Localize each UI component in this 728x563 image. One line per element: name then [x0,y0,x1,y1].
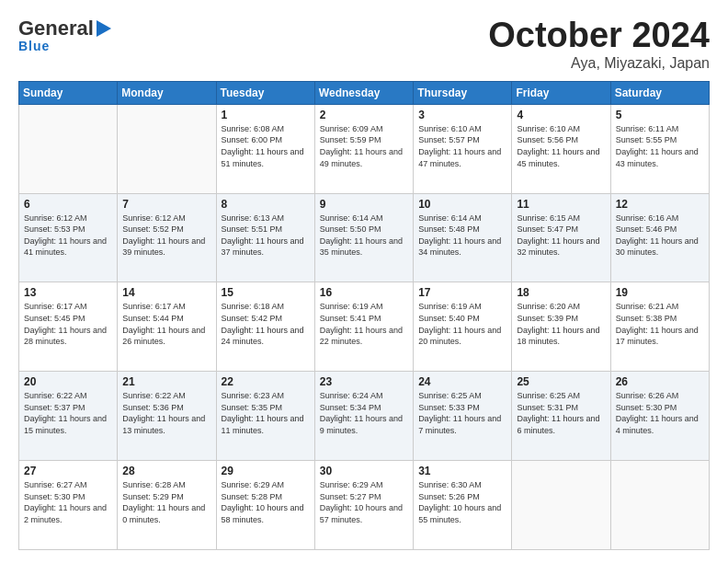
table-cell [610,461,709,550]
day-info: Sunrise: 6:19 AMSunset: 5:40 PMDaylight:… [418,301,506,347]
day-info: Sunrise: 6:30 AMSunset: 5:26 PMDaylight:… [418,479,506,525]
table-cell: 6Sunrise: 6:12 AMSunset: 5:53 PMDaylight… [19,193,118,282]
day-info: Sunrise: 6:20 AMSunset: 5:39 PMDaylight:… [517,301,605,347]
day-info: Sunrise: 6:12 AMSunset: 5:53 PMDaylight:… [24,213,112,259]
table-cell: 20Sunrise: 6:22 AMSunset: 5:37 PMDayligh… [19,372,118,461]
table-cell: 14Sunrise: 6:17 AMSunset: 5:44 PMDayligh… [118,282,216,372]
day-number: 8 [222,198,310,211]
table-cell: 23Sunrise: 6:24 AMSunset: 5:34 PMDayligh… [314,372,413,461]
table-cell: 4Sunrise: 6:10 AMSunset: 5:56 PMDaylight… [512,104,610,193]
logo: General Blue [18,17,111,53]
table-cell: 15Sunrise: 6:18 AMSunset: 5:42 PMDayligh… [216,282,314,372]
day-number: 11 [517,198,605,211]
col-friday: Friday [512,81,610,104]
logo-blue: Blue [18,39,50,53]
day-info: Sunrise: 6:26 AMSunset: 5:30 PMDaylight:… [616,390,704,436]
table-cell: 7Sunrise: 6:12 AMSunset: 5:52 PMDaylight… [118,193,216,282]
day-number: 29 [222,465,310,477]
day-info: Sunrise: 6:12 AMSunset: 5:52 PMDaylight:… [122,213,210,259]
day-number: 25 [517,375,605,388]
day-number: 10 [418,198,506,211]
day-number: 9 [320,198,408,211]
table-cell [512,461,610,550]
day-number: 24 [418,375,506,388]
day-number: 21 [122,375,210,388]
day-number: 1 [222,109,310,121]
table-cell: 24Sunrise: 6:25 AMSunset: 5:33 PMDayligh… [414,372,512,461]
title-block: October 2024 Aya, Miyazaki, Japan [488,17,710,72]
day-info: Sunrise: 6:09 AMSunset: 5:59 PMDaylight:… [320,123,408,169]
calendar-header-row: Sunday Monday Tuesday Wednesday Thursday… [19,81,710,104]
calendar-week-5: 27Sunrise: 6:27 AMSunset: 5:30 PMDayligh… [19,461,710,550]
calendar-table: Sunday Monday Tuesday Wednesday Thursday… [18,81,710,550]
header: General Blue October 2024 Aya, Miyazaki,… [18,17,710,72]
day-number: 26 [616,375,704,388]
table-cell: 12Sunrise: 6:16 AMSunset: 5:46 PMDayligh… [610,193,709,282]
day-info: Sunrise: 6:08 AMSunset: 6:00 PMDaylight:… [222,123,310,169]
calendar-week-2: 6Sunrise: 6:12 AMSunset: 5:53 PMDaylight… [19,193,710,282]
day-number: 31 [418,465,506,477]
table-cell: 19Sunrise: 6:21 AMSunset: 5:38 PMDayligh… [610,282,709,372]
day-info: Sunrise: 6:17 AMSunset: 5:45 PMDaylight:… [24,301,112,347]
table-cell [19,104,118,193]
day-number: 19 [616,286,704,299]
day-info: Sunrise: 6:16 AMSunset: 5:46 PMDaylight:… [616,213,704,259]
day-info: Sunrise: 6:10 AMSunset: 5:57 PMDaylight:… [418,123,506,169]
month-year: October 2024 [488,17,710,55]
location: Aya, Miyazaki, Japan [488,55,710,72]
day-number: 14 [122,286,210,299]
day-info: Sunrise: 6:22 AMSunset: 5:37 PMDaylight:… [24,390,112,436]
day-info: Sunrise: 6:14 AMSunset: 5:50 PMDaylight:… [320,213,408,259]
day-info: Sunrise: 6:10 AMSunset: 5:56 PMDaylight:… [517,123,605,169]
table-cell: 27Sunrise: 6:27 AMSunset: 5:30 PMDayligh… [19,461,118,550]
day-info: Sunrise: 6:19 AMSunset: 5:41 PMDaylight:… [320,301,408,347]
day-number: 23 [320,375,408,388]
calendar-week-1: 1Sunrise: 6:08 AMSunset: 6:00 PMDaylight… [19,104,710,193]
day-info: Sunrise: 6:28 AMSunset: 5:29 PMDaylight:… [122,479,210,525]
day-number: 7 [122,198,210,211]
day-number: 13 [24,286,112,299]
table-cell: 31Sunrise: 6:30 AMSunset: 5:26 PMDayligh… [414,461,512,550]
table-cell: 25Sunrise: 6:25 AMSunset: 5:31 PMDayligh… [512,372,610,461]
table-cell: 30Sunrise: 6:29 AMSunset: 5:27 PMDayligh… [314,461,413,550]
page: General Blue October 2024 Aya, Miyazaki,… [0,0,728,563]
calendar-week-3: 13Sunrise: 6:17 AMSunset: 5:45 PMDayligh… [19,282,710,372]
day-info: Sunrise: 6:14 AMSunset: 5:48 PMDaylight:… [418,213,506,259]
table-cell: 11Sunrise: 6:15 AMSunset: 5:47 PMDayligh… [512,193,610,282]
day-number: 2 [320,109,408,121]
day-info: Sunrise: 6:18 AMSunset: 5:42 PMDaylight:… [222,301,310,347]
day-info: Sunrise: 6:17 AMSunset: 5:44 PMDaylight:… [122,301,210,347]
day-info: Sunrise: 6:24 AMSunset: 5:34 PMDaylight:… [320,390,408,436]
day-info: Sunrise: 6:27 AMSunset: 5:30 PMDaylight:… [24,479,112,525]
day-info: Sunrise: 6:13 AMSunset: 5:51 PMDaylight:… [222,213,310,259]
day-number: 12 [616,198,704,211]
day-number: 16 [320,286,408,299]
day-number: 15 [222,286,310,299]
col-saturday: Saturday [610,81,709,104]
day-number: 28 [122,465,210,477]
day-info: Sunrise: 6:29 AMSunset: 5:28 PMDaylight:… [222,479,310,525]
day-number: 20 [24,375,112,388]
col-tuesday: Tuesday [216,81,314,104]
day-number: 30 [320,465,408,477]
table-cell: 28Sunrise: 6:28 AMSunset: 5:29 PMDayligh… [118,461,216,550]
table-cell: 10Sunrise: 6:14 AMSunset: 5:48 PMDayligh… [414,193,512,282]
day-number: 27 [24,465,112,477]
table-cell: 5Sunrise: 6:11 AMSunset: 5:55 PMDaylight… [610,104,709,193]
logo-arrow-icon [97,20,111,37]
table-cell: 22Sunrise: 6:23 AMSunset: 5:35 PMDayligh… [216,372,314,461]
table-cell: 29Sunrise: 6:29 AMSunset: 5:28 PMDayligh… [216,461,314,550]
day-info: Sunrise: 6:25 AMSunset: 5:33 PMDaylight:… [418,390,506,436]
table-cell: 26Sunrise: 6:26 AMSunset: 5:30 PMDayligh… [610,372,709,461]
table-cell: 9Sunrise: 6:14 AMSunset: 5:50 PMDaylight… [314,193,413,282]
table-cell: 17Sunrise: 6:19 AMSunset: 5:40 PMDayligh… [414,282,512,372]
table-cell: 8Sunrise: 6:13 AMSunset: 5:51 PMDaylight… [216,193,314,282]
col-thursday: Thursday [414,81,512,104]
table-cell: 18Sunrise: 6:20 AMSunset: 5:39 PMDayligh… [512,282,610,372]
table-cell: 2Sunrise: 6:09 AMSunset: 5:59 PMDaylight… [314,104,413,193]
day-info: Sunrise: 6:11 AMSunset: 5:55 PMDaylight:… [616,123,704,169]
table-cell: 16Sunrise: 6:19 AMSunset: 5:41 PMDayligh… [314,282,413,372]
table-cell: 13Sunrise: 6:17 AMSunset: 5:45 PMDayligh… [19,282,118,372]
day-number: 4 [517,109,605,121]
day-info: Sunrise: 6:25 AMSunset: 5:31 PMDaylight:… [517,390,605,436]
